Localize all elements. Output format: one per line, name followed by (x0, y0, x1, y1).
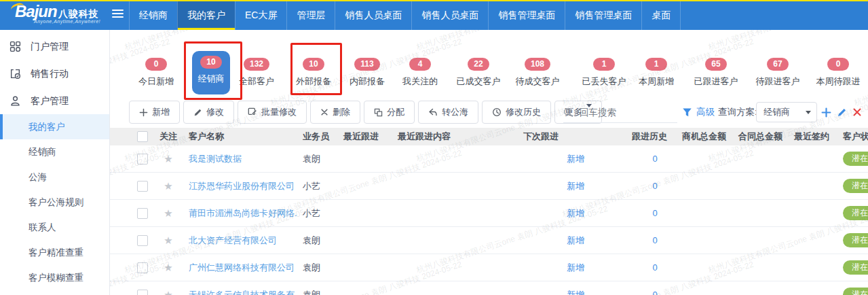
follow-history-link[interactable]: 0 (652, 290, 657, 295)
toolbar-button-6[interactable]: 转公海 (418, 101, 478, 124)
status-cell: 潜在客户 (842, 206, 868, 220)
follow-history-link[interactable]: 0 (652, 262, 657, 273)
favorite-star-icon[interactable]: ★ (164, 153, 172, 164)
next-follow-add-link[interactable]: 新增 (567, 235, 584, 245)
follow-history-cell: 0 (630, 235, 680, 245)
next-follow-add-link[interactable]: 新增 (567, 290, 584, 295)
stat-count-badge: 132 (244, 58, 269, 71)
filter-funnel-icon[interactable] (682, 101, 692, 124)
customer-name-link[interactable]: 北大资产经营有限公司 (189, 235, 277, 245)
stat-count-badge: 10 (200, 56, 222, 69)
stat-label: 待跟进客户 (744, 75, 812, 88)
next-follow-add-link[interactable]: 新增 (567, 154, 584, 164)
advanced-search-link[interactable]: 高级 (696, 101, 715, 124)
sidebar-item-6[interactable]: 公海 (0, 164, 109, 190)
sidebar-group-2[interactable]: 销售行动 (0, 60, 109, 87)
status-badge: 潜在客户 (843, 233, 868, 247)
row-checkbox[interactable] (137, 154, 148, 164)
stat-item-1[interactable]: 0今日新增 (122, 57, 190, 88)
stat-label: 已成交客户 (445, 75, 512, 88)
nav-tab-4[interactable]: 管理层 (286, 0, 335, 30)
stat-item-11[interactable]: 65已跟进客户 (682, 57, 750, 88)
stat-count-badge: 22 (468, 58, 489, 71)
nav-tab-5[interactable]: 销售人员桌面 (335, 0, 411, 30)
row-checkbox[interactable] (137, 235, 148, 246)
add-plan-icon[interactable] (821, 101, 831, 124)
customer-name-cell: 莆田市湄洲岛尚德卡好网络... (183, 207, 297, 220)
favorite-star-icon[interactable]: ★ (164, 180, 172, 192)
select-all-checkbox[interactable] (137, 131, 148, 142)
toolbar-button-3[interactable]: 批量修改 (238, 101, 307, 124)
column-header-9: 合同总金额 (737, 131, 793, 143)
favorite-star-icon[interactable]: ★ (164, 262, 172, 273)
nav-tab-9[interactable]: 桌面 (641, 0, 681, 30)
toolbar-button-4[interactable]: 删除 (310, 101, 360, 124)
stat-count-badge: 108 (525, 58, 550, 71)
sidebar-item-4[interactable]: 我的客户 (0, 114, 109, 139)
sidebar: 门户管理销售行动客户管理我的客户经销商公海客户公海规则联系人客户精准查重客户模糊… (0, 30, 110, 295)
follow-history-link[interactable]: 0 (652, 235, 657, 245)
favorite-star-icon[interactable]: ★ (164, 207, 172, 219)
favorite-star-icon[interactable]: ★ (164, 289, 172, 295)
sidebar-item-10[interactable]: 客户模糊查重 (0, 265, 109, 290)
nav-tab-2[interactable]: 我的客户 (177, 0, 235, 30)
row-checkbox[interactable] (137, 290, 148, 295)
sidebar-item-7[interactable]: 客户公海规则 (0, 190, 109, 215)
stat-item-6[interactable]: 4我关注的 (386, 57, 454, 88)
nav-tab-1[interactable]: 经销商 (129, 0, 177, 30)
nav-tab-6[interactable]: 销售人员桌面 (411, 0, 488, 30)
nav-tab-8[interactable]: 销售管理桌面 (565, 0, 641, 30)
next-follow-add-link[interactable]: 新增 (567, 262, 584, 273)
sidebar-group-label: 客户管理 (31, 87, 69, 114)
checkbox-cell (137, 262, 153, 273)
sidebar-group-1[interactable]: 门户管理 (0, 33, 109, 60)
row-checkbox[interactable] (137, 181, 148, 192)
status-badge: 潜在客户 (843, 206, 868, 220)
sidebar-group-3[interactable]: 客户管理 (0, 87, 109, 114)
table-row-5: ★广州仁慧网络科技有限公司袁朗新增0潜在客户 (110, 254, 868, 281)
customer-name-link[interactable]: 无锡许多云信息技术服务有... (189, 290, 297, 295)
query-plan-select[interactable]: 经销商 (756, 102, 817, 122)
row-checkbox[interactable] (137, 262, 148, 273)
nav-tab-3[interactable]: EC大屏 (235, 0, 286, 30)
favorite-star-icon[interactable]: ★ (164, 235, 172, 246)
stat-item-7[interactable]: 22已成交客户 (445, 57, 512, 88)
sidebar-item-5[interactable]: 经销商 (0, 139, 109, 164)
customer-name-link[interactable]: 莆田市湄洲岛尚德卡好网络... (189, 208, 297, 218)
search-box (563, 102, 677, 123)
follow-history-link[interactable]: 0 (652, 181, 657, 191)
customer-name-link[interactable]: 我是测试数据 (189, 154, 242, 164)
row-checkbox[interactable] (137, 208, 148, 219)
toolbar-button-2[interactable]: 修改 (183, 101, 234, 124)
next-follow-add-link[interactable]: 新增 (567, 181, 584, 191)
status-cell: 潜在客户 (842, 179, 868, 193)
owner-cell: 袁朗 (297, 262, 343, 274)
checkbox-cell (137, 208, 153, 219)
column-header-2: 客户名称 (183, 131, 297, 143)
sidebar-item-8[interactable]: 联系人 (0, 215, 109, 240)
follow-history-cell: 0 (630, 262, 680, 273)
query-plan-label: 查询方案: (718, 101, 757, 124)
stat-item-8[interactable]: 108待成交客户 (504, 57, 571, 88)
checkbox-cell (137, 181, 153, 192)
customer-name-link[interactable]: 广州仁慧网络科技有限公司 (189, 262, 295, 273)
follow-history-link[interactable]: 0 (652, 208, 657, 218)
stat-label: 本周新增 (622, 75, 690, 88)
delete-plan-icon[interactable] (852, 101, 862, 124)
status-cell: 潜在客户 (842, 233, 868, 247)
sidebar-item-9[interactable]: 客户精准查重 (0, 240, 109, 265)
customer-name-link[interactable]: 江苏恩华药业股份有限公司 (189, 181, 295, 191)
delete-icon (320, 108, 328, 116)
stat-item-10[interactable]: 1本周新增 (622, 57, 690, 88)
menu-toggle-icon[interactable] (112, 10, 124, 19)
stat-item-13[interactable]: 0本周待跟进 (804, 57, 868, 88)
toolbar-button-5[interactable]: 分配 (364, 101, 415, 124)
edit-plan-icon[interactable] (837, 101, 847, 124)
follow-history-link[interactable]: 0 (652, 154, 657, 164)
toolbar-button-1[interactable]: 新增 (129, 101, 180, 124)
nav-tab-7[interactable]: 销售管理桌面 (488, 0, 565, 30)
toolbar-button-7[interactable]: 修改历史 (482, 101, 551, 124)
stat-item-12[interactable]: 67待跟进客户 (744, 57, 812, 88)
next-follow-add-link[interactable]: 新增 (567, 208, 584, 218)
search-input[interactable] (578, 107, 677, 118)
